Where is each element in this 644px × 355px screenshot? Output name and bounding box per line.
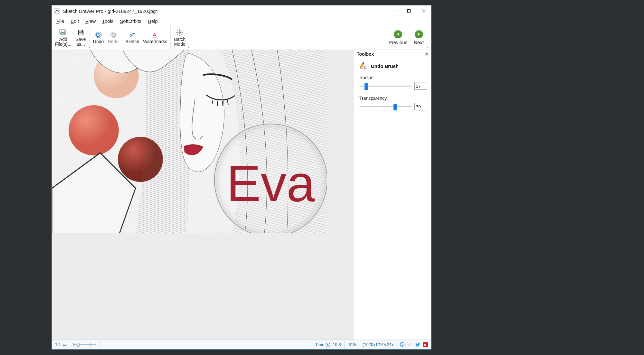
toolbox-tool-name: Undo Brush: [371, 63, 399, 69]
toolbox-title: Toolbox: [357, 51, 374, 57]
svg-line-33: [217, 101, 218, 106]
zoom-slider[interactable]: [73, 342, 96, 348]
canvas-padding: [52, 233, 354, 340]
radius-input[interactable]: [414, 82, 427, 90]
svg-rect-9: [79, 33, 82, 35]
toolbox-tool-row: Undo Brush: [358, 61, 427, 70]
menu-help[interactable]: Help: [145, 18, 161, 24]
toolbox-panel: Toolbox ✕ Undo Brush R: [354, 50, 431, 340]
floppy-icon: [77, 29, 85, 36]
facebook-icon[interactable]: f: [407, 342, 412, 347]
param-radius: Radius: [358, 75, 427, 90]
minimize-button[interactable]: [387, 5, 402, 16]
svg-rect-21: [181, 33, 183, 35]
window-title: Sketch Drawer Pro - girl-2189247_1920.jp…: [63, 8, 157, 14]
menu-bar: File Edit View Tools SoftOrbits Help: [52, 16, 431, 25]
next-button[interactable]: Next: [411, 25, 427, 50]
svg-rect-17: [179, 34, 180, 36]
svg-rect-23: [177, 33, 178, 35]
twitter-icon[interactable]: [415, 342, 420, 347]
menu-view[interactable]: View: [82, 18, 99, 24]
svg-point-30: [69, 105, 119, 155]
svg-text:A: A: [153, 32, 156, 37]
menu-edit[interactable]: Edit: [67, 18, 82, 24]
gear-icon: [176, 29, 184, 36]
zoom-slider-cell: [70, 340, 99, 349]
maximize-button[interactable]: [402, 5, 416, 16]
next-icon: [415, 30, 423, 38]
svg-rect-10: [81, 30, 81, 31]
param-radius-label: Radius: [358, 75, 427, 80]
app-window: Sketch Drawer Pro - girl-2189247_1920.jp…: [52, 5, 431, 350]
redo-icon: [109, 31, 117, 39]
sketch-icon: [128, 31, 136, 39]
watermarks-button[interactable]: A Watermarks: [141, 25, 169, 50]
status-dimensions: (1920x1279x24): [359, 340, 396, 349]
svg-rect-8: [79, 30, 82, 32]
undo-icon: [95, 31, 102, 39]
svg-rect-20: [177, 30, 178, 31]
radius-slider[interactable]: [359, 83, 412, 89]
svg-rect-2: [408, 10, 411, 13]
canvas[interactable]: Eva: [52, 50, 327, 233]
info-icon[interactable]: ⓘ: [400, 342, 405, 347]
add-files-button[interactable]: Add File(s)...: [53, 25, 73, 50]
status-bar: 1:1 ▭ Time (s): 19.3 JPG (1920x1279x24) …: [52, 340, 431, 349]
redo-button[interactable]: Redo: [106, 25, 121, 50]
save-as-button[interactable]: Save as...: [73, 25, 88, 50]
menu-file[interactable]: File: [53, 18, 67, 24]
photos-icon: [59, 29, 67, 36]
param-transparency-label: Transparency: [358, 96, 427, 101]
svg-point-7: [61, 30, 62, 31]
status-format: JPG: [345, 340, 359, 349]
title-bar: Sketch Drawer Pro - girl-2189247_1920.jp…: [52, 5, 431, 16]
transparency-slider[interactable]: [359, 103, 412, 110]
youtube-icon[interactable]: ▶: [423, 342, 428, 347]
app-icon: [54, 8, 60, 14]
transparency-input[interactable]: [414, 103, 427, 110]
undo-button[interactable]: Undo: [91, 25, 106, 50]
close-button[interactable]: [416, 5, 431, 16]
svg-rect-19: [182, 32, 183, 33]
watermark-text: Eva: [226, 154, 315, 212]
toolbox-header: Toolbox ✕: [354, 50, 431, 58]
param-transparency: Transparency: [358, 96, 427, 110]
toolbox-close-button[interactable]: ✕: [425, 51, 429, 57]
fit-icon: ▭: [63, 342, 67, 347]
svg-point-15: [179, 31, 181, 33]
previous-icon: [394, 30, 402, 38]
main-area: Eva Toolbox ✕: [52, 50, 431, 340]
menu-softorbits[interactable]: SoftOrbits: [117, 18, 145, 24]
undo-brush-icon: [358, 61, 367, 70]
watermarks-icon: A: [151, 31, 159, 39]
previous-button[interactable]: Previous: [385, 25, 411, 50]
svg-line-34: [223, 101, 223, 106]
toolbar: Add File(s)... Save as... ▾ Undo: [52, 25, 431, 50]
sketch-button[interactable]: Sketch: [124, 25, 141, 50]
svg-rect-16: [179, 29, 180, 30]
svg-rect-18: [176, 32, 178, 33]
sketch-preview: Eva: [52, 50, 327, 233]
zoom-ratio-button[interactable]: 1:1 ▭: [52, 340, 70, 349]
status-time: Time (s): 19.3: [312, 340, 345, 349]
batch-mode-button[interactable]: Batch Mode: [172, 25, 187, 50]
svg-rect-22: [181, 30, 183, 31]
menu-tools[interactable]: Tools: [99, 18, 117, 24]
